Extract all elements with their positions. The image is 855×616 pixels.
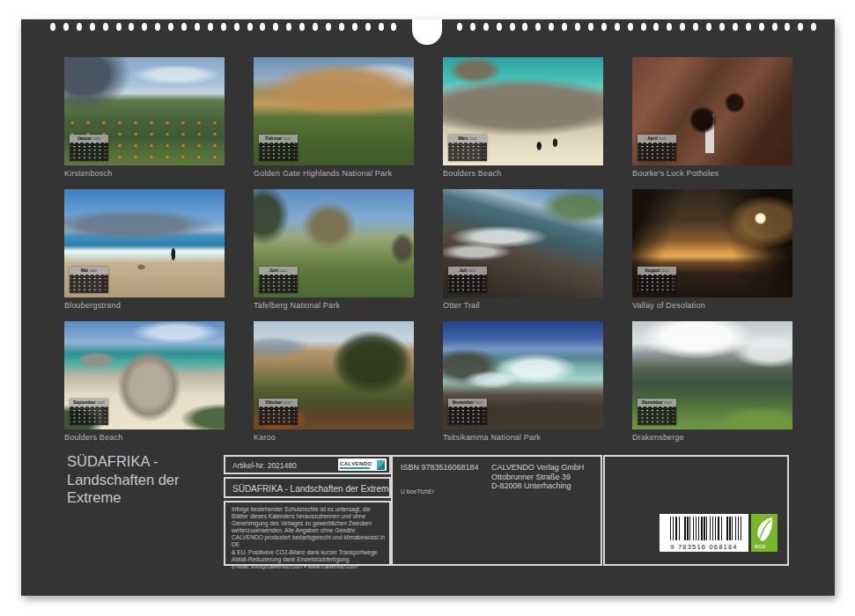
- mini-month-header: Juli 2022: [448, 267, 487, 275]
- punch-hole: [63, 23, 69, 31]
- punch-hole: [77, 23, 82, 31]
- photo-caption: Vallay of Desolation: [632, 301, 792, 310]
- artikel-box: Artikel-Nr. 2021480 CALVENDO: [224, 455, 391, 474]
- mini-month-label: März: [458, 136, 468, 141]
- punch-hole: [549, 23, 554, 31]
- artikel-nr: Artikel-Nr. 2021480: [232, 461, 297, 470]
- mini-month-label: April: [647, 136, 657, 141]
- mini-sunday-column: [292, 407, 297, 425]
- mini-month-calendar: August 2022: [638, 267, 676, 293]
- mini-month-header: November 2022: [448, 399, 487, 407]
- calendar-photo-cell: Mai 2022Bloubergstrand: [64, 189, 225, 310]
- punch-hole: [680, 23, 685, 31]
- punch-hole: [273, 23, 278, 31]
- punch-hole: [628, 23, 633, 31]
- landscape-photo: September 2022: [64, 321, 225, 429]
- punch-hole: [798, 23, 803, 31]
- punch-hole: [667, 23, 672, 31]
- legal-box: Infolge bestehender Schutzrechte ist es …: [224, 501, 391, 566]
- mini-day-grid: [259, 143, 298, 161]
- mini-day-grid: [259, 407, 298, 425]
- isbn-number: ISBN 9783516068184: [401, 463, 479, 472]
- mini-year-label: 2022: [284, 400, 291, 405]
- landscape-photo: Januar 2022: [64, 57, 225, 165]
- mini-month-label: Februar: [266, 136, 283, 141]
- mini-year-label: 2022: [97, 400, 105, 405]
- mini-month-label: November: [453, 400, 474, 405]
- punch-hole: [260, 23, 265, 31]
- punch-hole: [653, 23, 659, 31]
- punch-hole: [811, 23, 816, 31]
- punch-hole: [457, 23, 462, 31]
- punch-hole: [365, 23, 371, 31]
- punch-hole: [208, 23, 213, 31]
- calvendo-logo-wordmark: CALVENDO: [340, 461, 377, 469]
- punch-hole: [719, 23, 725, 31]
- punch-hole: [195, 23, 200, 31]
- mini-month-label: Dezember: [642, 400, 663, 405]
- calendar-photo-cell: Dezember 2022Drakensberge: [632, 321, 792, 442]
- mini-day-grid: [259, 275, 298, 293]
- isbn-box: ISBN 9783516068184 CALVENDO Verlag GmbH …: [391, 455, 602, 566]
- mini-month-calendar: September 2022: [70, 399, 108, 425]
- eco-badge: eco: [751, 514, 778, 552]
- calendar-photo-cell: Juli 2022Otter Trail: [443, 189, 603, 310]
- calendar-photo-cell: Juni 2022Tafelberg National Park: [254, 189, 414, 310]
- calvendo-logo-text: CALVENDO: [340, 461, 377, 466]
- punch-hole: [168, 23, 173, 31]
- calvendo-logo: CALVENDO: [338, 458, 387, 471]
- mini-month-calendar: März 2022: [448, 135, 487, 161]
- mini-day-grid: [448, 275, 487, 293]
- punch-hole: [483, 23, 489, 31]
- landscape-photo: Dezember 2022: [632, 321, 792, 429]
- punch-hole: [181, 23, 187, 31]
- punch-hole: [785, 23, 790, 31]
- photo-caption: Bourke's Luck Potholes: [632, 169, 792, 178]
- barcode-bars: [670, 517, 742, 540]
- barcode-digits: 9 783516 068184: [660, 543, 748, 551]
- mini-month-calendar: Dezember 2022: [638, 399, 676, 425]
- punch-hole: [615, 23, 620, 31]
- punch-hole: [155, 23, 160, 31]
- mini-month-header: Oktober 2022: [259, 399, 298, 407]
- mini-year-label: 2022: [279, 268, 287, 273]
- photo-caption: Karoo: [254, 433, 414, 442]
- calendar-photo-cell: November 2022Tsitsikamma National Park: [443, 321, 603, 442]
- mini-month-calendar: Mai 2022: [70, 267, 108, 293]
- mini-month-calendar: April 2022: [638, 135, 676, 161]
- punch-hole: [693, 23, 698, 31]
- photo-caption: Kirstenbosch: [64, 169, 225, 178]
- photo-caption: Boulders Beach: [443, 169, 603, 178]
- punch-hole: [522, 23, 527, 31]
- punch-hole: [90, 23, 95, 31]
- landscape-photo: Mai 2022: [64, 189, 225, 297]
- photo-caption: Golden Gate Highlands National Park: [254, 169, 414, 178]
- barcode-box: 9 783516 068184 eco: [603, 455, 789, 566]
- punch-hole: [299, 23, 305, 31]
- punch-hole: [733, 23, 738, 31]
- mini-month-calendar: Juni 2022: [259, 267, 298, 293]
- ean-barcode: 9 783516 068184: [660, 514, 748, 552]
- mini-day-grid: [70, 143, 108, 161]
- punch-hole: [470, 23, 475, 31]
- mini-year-label: 2022: [664, 400, 672, 405]
- mini-year-label: 2022: [92, 136, 100, 141]
- punch-hole: [601, 23, 607, 31]
- calendar-photo-cell: März 2022Boulders Beach: [443, 57, 603, 178]
- mini-sunday-column: [292, 275, 297, 293]
- publisher-address: CALVENDO Verlag GmbH Ottobrunner Straße …: [491, 463, 584, 491]
- mini-month-header: März 2022: [448, 135, 487, 143]
- landscape-photo: November 2022: [443, 321, 603, 429]
- landscape-photo: Oktober 2022: [254, 321, 414, 429]
- photo-caption: Drakensberge: [632, 433, 792, 442]
- mini-sunday-column: [103, 143, 107, 161]
- punch-hole: [234, 23, 240, 31]
- mini-month-calendar: Oktober 2022: [259, 399, 298, 425]
- mini-sunday-column: [671, 143, 675, 161]
- calendar-name-box: SÜDAFRIKA - Landschaften der Extreme: [224, 477, 391, 498]
- punch-hole: [497, 23, 502, 31]
- punch-hole: [103, 23, 108, 31]
- mini-sunday-column: [482, 407, 486, 425]
- punch-hole: [588, 23, 593, 31]
- mini-month-calendar: Februar 2022: [259, 135, 298, 161]
